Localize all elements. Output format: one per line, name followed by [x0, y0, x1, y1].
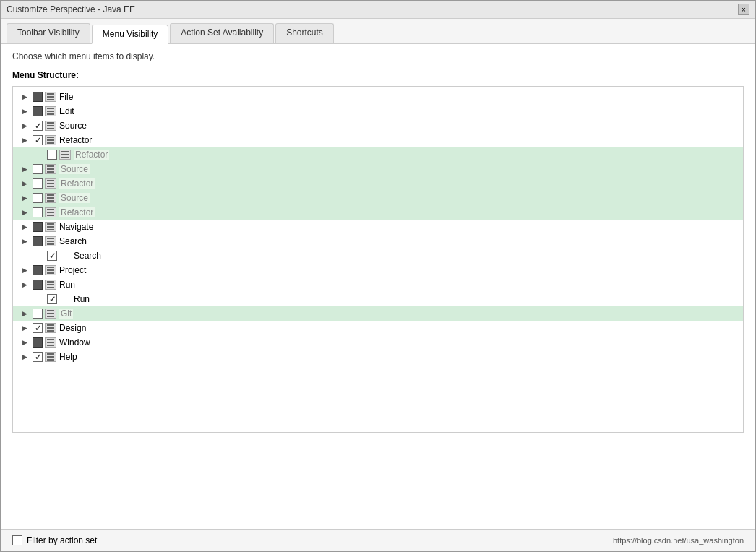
- menu-icon-source3: [45, 193, 56, 203]
- checkbox-navigate[interactable]: [33, 222, 43, 232]
- checkbox-run[interactable]: [33, 280, 43, 290]
- checkbox-window[interactable]: [33, 337, 43, 348]
- checkbox-source3[interactable]: [33, 193, 43, 203]
- tab-shortcuts[interactable]: Shortcuts: [275, 23, 334, 43]
- item-label-refactor4: Refactor: [59, 207, 95, 217]
- tree-item-search[interactable]: ▶Search: [13, 234, 743, 249]
- menu-icon-run: [45, 280, 56, 290]
- expand-icon-window[interactable]: ▶: [19, 339, 30, 346]
- expand-icon-git[interactable]: ▶: [19, 310, 30, 317]
- item-label-source: Source: [59, 121, 87, 131]
- tree-item-window[interactable]: ▶Window: [13, 335, 743, 350]
- tree-item-refactor4[interactable]: ▶Refactor: [13, 205, 743, 220]
- checkbox-search-child[interactable]: ✓: [47, 251, 57, 261]
- item-label-source2: Source: [59, 164, 90, 174]
- tree-item-source[interactable]: ▶✓Source: [13, 118, 743, 133]
- checkbox-file[interactable]: [33, 92, 43, 102]
- expand-icon-source2[interactable]: ▶: [19, 165, 30, 173]
- expand-icon-refactor3[interactable]: ▶: [19, 180, 30, 187]
- item-label-design: Design: [59, 323, 86, 333]
- menu-icon-source: [45, 121, 56, 131]
- item-label-refactor3: Refactor: [59, 178, 95, 189]
- expand-icon-source[interactable]: ▶: [19, 122, 30, 129]
- tree-item-search-child[interactable]: ✓Search: [13, 249, 743, 263]
- item-label-help: Help: [59, 352, 77, 362]
- checkbox-git[interactable]: [33, 309, 43, 319]
- window-title: Customize Perspective - Java EE: [7, 4, 135, 14]
- expand-icon-search[interactable]: ▶: [19, 238, 30, 245]
- item-label-navigate: Navigate: [59, 222, 93, 232]
- tree-item-run[interactable]: ▶Run: [13, 277, 743, 292]
- checkbox-refactor3[interactable]: [33, 178, 43, 189]
- tree-item-source2[interactable]: ▶Source: [13, 162, 743, 176]
- tree-item-run-child[interactable]: ✓Run: [13, 292, 743, 306]
- item-label-run: Run: [59, 280, 75, 290]
- tree-item-source3[interactable]: ▶Source: [13, 191, 743, 205]
- item-label-search-child: Search: [74, 251, 101, 261]
- expand-icon-navigate[interactable]: ▶: [19, 223, 30, 230]
- content-area: Choose which menu items to display. Menu…: [1, 44, 755, 529]
- menu-icon-refactor2: [59, 150, 71, 160]
- title-bar-controls: ×: [738, 4, 749, 15]
- tab-action-set-availability[interactable]: Action Set Availability: [170, 23, 274, 43]
- url-text: https://blog.csdn.net/usa_washington: [613, 536, 744, 545]
- item-label-project: Project: [59, 265, 86, 275]
- tabs-bar: Toolbar VisibilityMenu VisibilityAction …: [1, 19, 755, 44]
- expand-icon-edit[interactable]: ▶: [19, 108, 30, 115]
- expand-icon-refactor4[interactable]: ▶: [19, 209, 30, 216]
- tab-menu-visibility[interactable]: Menu Visibility: [92, 25, 168, 44]
- tab-toolbar-visibility[interactable]: Toolbar Visibility: [7, 23, 90, 43]
- description-text: Choose which menu items to display.: [12, 51, 744, 61]
- menu-icon-refactor4: [45, 207, 56, 217]
- checkbox-edit[interactable]: [33, 106, 43, 116]
- bottom-bar: Filter by action set https://blog.csdn.n…: [1, 529, 755, 551]
- checkbox-source[interactable]: ✓: [33, 121, 43, 131]
- checkbox-refactor[interactable]: ✓: [33, 135, 43, 145]
- menu-icon-design: [45, 323, 56, 333]
- tree-item-refactor3[interactable]: ▶Refactor: [13, 176, 743, 191]
- checkbox-search[interactable]: [33, 236, 43, 246]
- item-label-source3: Source: [59, 193, 90, 203]
- expand-icon-project[interactable]: ▶: [19, 267, 30, 274]
- item-label-run-child: Run: [74, 294, 90, 304]
- tree-item-git[interactable]: ▶Git: [13, 306, 743, 321]
- checkbox-refactor2[interactable]: [47, 150, 57, 160]
- tree-item-project[interactable]: ▶Project: [13, 263, 743, 277]
- tree-item-help[interactable]: ▶✓Help: [13, 350, 743, 364]
- tree-item-refactor[interactable]: ▶✓Refactor: [13, 133, 743, 147]
- checkbox-help[interactable]: ✓: [33, 352, 43, 362]
- menu-icon-navigate: [45, 222, 56, 232]
- menu-icon-git: [45, 309, 56, 319]
- tree-item-edit[interactable]: ▶Edit: [13, 104, 743, 118]
- menu-icon-refactor3: [45, 178, 56, 189]
- filter-checkbox[interactable]: [12, 535, 22, 545]
- expand-icon-refactor[interactable]: ▶: [19, 137, 30, 144]
- item-label-window: Window: [59, 337, 90, 348]
- menu-icon-search: [45, 236, 56, 246]
- item-label-refactor2: Refactor: [74, 150, 109, 160]
- close-button[interactable]: ×: [738, 4, 749, 15]
- expand-icon-run[interactable]: ▶: [19, 281, 30, 288]
- item-label-file: File: [59, 92, 73, 102]
- expand-icon-help[interactable]: ▶: [19, 353, 30, 361]
- item-label-edit: Edit: [59, 106, 74, 116]
- menu-icon-refactor: [45, 135, 56, 145]
- tree-item-refactor2[interactable]: Refactor: [13, 147, 743, 162]
- menu-icon-project: [45, 265, 56, 275]
- checkbox-refactor4[interactable]: [33, 207, 43, 217]
- expand-icon-file[interactable]: ▶: [19, 93, 30, 100]
- checkbox-source2[interactable]: [33, 164, 43, 174]
- expand-icon-design[interactable]: ▶: [19, 324, 30, 332]
- menu-tree: ▶File▶Edit▶✓Source▶✓RefactorRefactor▶Sou…: [12, 86, 744, 433]
- checkbox-project[interactable]: [33, 265, 43, 275]
- menu-icon-window: [45, 337, 56, 348]
- expand-icon-source3[interactable]: ▶: [19, 194, 30, 202]
- main-window: Customize Perspective - Java EE × Toolba…: [0, 0, 756, 552]
- tree-item-navigate[interactable]: ▶Navigate: [13, 220, 743, 234]
- menu-icon-source2: [45, 164, 56, 174]
- tree-item-design[interactable]: ▶✓Design: [13, 321, 743, 335]
- tree-item-file[interactable]: ▶File: [13, 90, 743, 104]
- checkbox-run-child[interactable]: ✓: [47, 294, 57, 304]
- checkbox-design[interactable]: ✓: [33, 323, 43, 333]
- filter-label: Filter by action set: [27, 535, 97, 545]
